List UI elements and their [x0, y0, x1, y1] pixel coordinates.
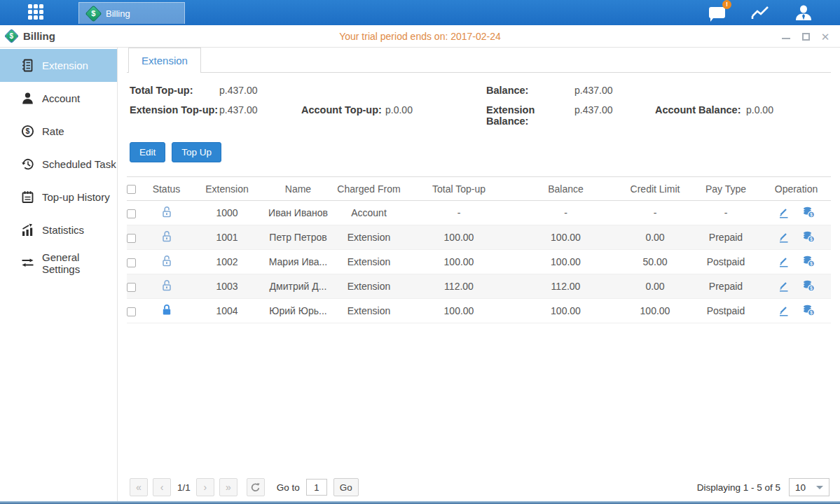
minimize-icon[interactable]: [781, 31, 791, 41]
total-topup-cell: 100.00: [406, 250, 511, 274]
top-up-row-icon[interactable]: $: [802, 304, 815, 317]
top-up-row-icon[interactable]: $: [802, 231, 815, 244]
sidebar-item-label: Extension: [42, 59, 88, 71]
scheduled-task-icon: [21, 158, 34, 171]
sidebar-item-statistics[interactable]: Statistics: [0, 214, 117, 246]
table-row[interactable]: 1004 Юрий Юрь... Extension 100.00 100.00…: [127, 299, 831, 323]
edit-row-icon[interactable]: [778, 206, 790, 219]
sidebar-item-label: Rate: [42, 125, 64, 137]
account-balance-value: р.0.00: [746, 104, 831, 127]
sidebar-item-topup-history[interactable]: Top-up History: [0, 181, 117, 214]
edit-row-icon[interactable]: [778, 280, 790, 293]
reports-icon[interactable]: [750, 4, 770, 21]
edit-row-icon[interactable]: [778, 255, 790, 268]
extension-cell: 1004: [189, 299, 265, 323]
table-row[interactable]: 1000 Иван Иванов Account - - - - $: [127, 201, 831, 225]
top-up-row-icon[interactable]: $: [802, 206, 815, 219]
status-cell: [144, 274, 189, 299]
extension-cell: 1002: [189, 250, 265, 274]
refresh-icon: [250, 482, 261, 493]
table-row[interactable]: 1001 Петр Петров Extension 100.00 100.00…: [127, 225, 831, 250]
col-status: Status: [144, 177, 189, 201]
tab-extension[interactable]: Extension: [128, 48, 201, 73]
col-pay-type: Pay Type: [690, 177, 762, 201]
credit-limit-cell: 50.00: [620, 250, 690, 274]
sidebar-item-general-settings[interactable]: General Settings: [0, 246, 117, 279]
row-checkbox[interactable]: [127, 234, 136, 243]
svg-text:$: $: [811, 261, 813, 267]
charged-from-cell: Extension: [331, 274, 406, 299]
credit-limit-cell: 0.00: [620, 274, 690, 299]
sidebar-item-extension[interactable]: Extension: [0, 49, 117, 82]
first-page-button[interactable]: «: [130, 478, 148, 496]
prev-page-button[interactable]: ‹: [153, 478, 171, 496]
goto-page-input[interactable]: [306, 479, 327, 496]
extension-balance-value: р.437.00: [574, 104, 655, 127]
topbar-icons: !: [707, 0, 813, 25]
balance-value: р.437.00: [574, 85, 655, 96]
close-icon[interactable]: ✕: [820, 31, 830, 41]
table-row[interactable]: 1003 Дмитрий Д... Extension 112.00 112.0…: [127, 274, 831, 299]
extension-topup-label: Extension Top-up:: [130, 104, 219, 127]
last-page-button[interactable]: »: [219, 478, 237, 496]
name-cell: Иван Иванов: [265, 201, 331, 225]
sidebar-item-label: Top-up History: [42, 191, 110, 203]
statistics-icon: [21, 223, 34, 237]
message-bubble-icon: [709, 7, 725, 18]
maximize-icon[interactable]: [801, 31, 811, 41]
user-icon[interactable]: [794, 4, 813, 21]
tabstrip: Extension: [127, 48, 831, 73]
col-credit-limit: Credit Limit: [620, 177, 690, 201]
balance-cell: 100.00: [511, 250, 620, 274]
topbar: $ Billing !: [0, 0, 840, 25]
col-extension: Extension: [189, 177, 265, 201]
status-cell: [144, 225, 189, 250]
table-row[interactable]: 1002 Мария Ива... Extension 100.00 100.0…: [127, 250, 831, 274]
sidebar-item-label: Account: [42, 92, 80, 104]
total-topup-label: Total Top-up:: [130, 85, 219, 96]
nav-tab-billing[interactable]: $ Billing: [78, 2, 185, 24]
row-checkbox[interactable]: [127, 258, 136, 267]
next-page-button[interactable]: ›: [196, 478, 214, 496]
rate-icon: $: [21, 125, 34, 138]
sidebar-item-scheduled-task[interactable]: Scheduled Task: [0, 148, 117, 181]
sidebar-item-account[interactable]: Account: [0, 82, 117, 115]
total-topup-cell: -: [406, 201, 511, 225]
balance-cell: 100.00: [511, 299, 620, 323]
row-checkbox[interactable]: [127, 209, 136, 218]
apps-grid-icon[interactable]: [28, 4, 45, 21]
total-topup-cell: 100.00: [406, 225, 511, 250]
row-checkbox[interactable]: [127, 307, 136, 316]
top-up-row-icon[interactable]: $: [802, 280, 815, 293]
col-charged-from: Charged From: [331, 177, 406, 201]
page-size-select[interactable]: 10: [789, 478, 829, 496]
sidebar-item-label: Statistics: [42, 224, 84, 236]
status-cell: [144, 201, 189, 225]
row-checkbox[interactable]: [127, 283, 136, 292]
chevron-down-icon: [816, 486, 823, 493]
select-all-checkbox[interactable]: [127, 185, 136, 194]
col-balance: Balance: [511, 177, 620, 201]
page-indicator: 1/1: [177, 482, 191, 493]
edit-row-icon[interactable]: [778, 304, 790, 317]
top-up-button[interactable]: Top Up: [172, 142, 221, 162]
titlebar: $ Billing Your trial period ends on: 201…: [0, 25, 840, 48]
unlocked-icon: [161, 206, 172, 218]
col-total-topup: Total Top-up: [406, 177, 511, 201]
edit-row-icon[interactable]: [778, 231, 790, 244]
pay-type-cell: Postpaid: [690, 299, 762, 323]
account-balance-label: Account Balance:: [655, 104, 746, 127]
total-topup-value: р.437.00: [219, 85, 301, 96]
edit-button[interactable]: Edit: [130, 142, 165, 162]
go-button[interactable]: Go: [333, 478, 359, 496]
window-title: Billing: [23, 30, 55, 42]
name-cell: Петр Петров: [265, 225, 331, 250]
top-up-row-icon[interactable]: $: [802, 255, 815, 268]
displaying-text: Displaying 1 - 5 of 5: [697, 482, 780, 493]
topup-history-icon: [21, 190, 34, 204]
sidebar-item-label: General Settings: [42, 251, 117, 275]
balance-cell: -: [511, 201, 620, 225]
notifications-icon[interactable]: !: [707, 4, 727, 21]
refresh-button[interactable]: [247, 478, 265, 496]
sidebar-item-rate[interactable]: $ Rate: [0, 115, 117, 148]
